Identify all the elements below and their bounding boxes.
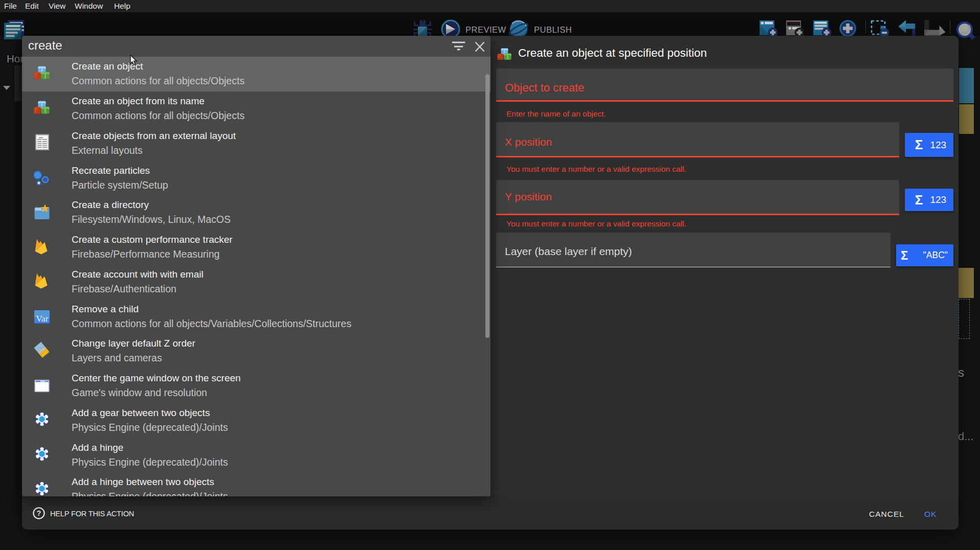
svg-text:Var: Var bbox=[36, 313, 48, 324]
svg-text:?: ? bbox=[37, 509, 41, 517]
